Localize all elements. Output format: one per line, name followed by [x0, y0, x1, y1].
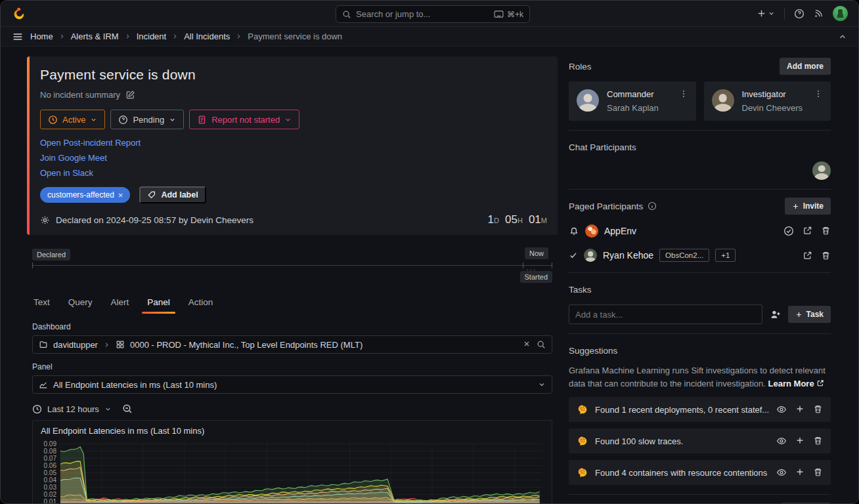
panel-name[interactable]: All Endpoint Latencies in ms (Last 10 mi…: [53, 380, 217, 390]
suggestion-row[interactable]: Found 100 slow traces.: [569, 429, 831, 453]
tag-icon: [147, 190, 156, 200]
paged-participants-section: Paged Participants Invite AppEnv Ryan Ke…: [569, 190, 831, 273]
chevron-down-icon: [104, 406, 112, 413]
breadcrumb-item: Payment service is down: [248, 32, 342, 41]
top-bar: Search or jump to... ⌘+k: [1, 1, 858, 27]
invite-button[interactable]: Invite: [785, 198, 831, 215]
external-link-icon[interactable]: [803, 251, 812, 261]
incident-label-pill[interactable]: customers-affected×: [40, 187, 130, 203]
svg-text:0.08: 0.08: [44, 448, 57, 455]
status-button-report-not-started[interactable]: Report not started: [189, 110, 299, 129]
tab-alert[interactable]: Alert: [110, 293, 131, 314]
trash-icon[interactable]: [813, 467, 823, 478]
participant-name: Ryan Kehoe: [603, 250, 653, 261]
help-icon[interactable]: [794, 9, 804, 19]
panel-title: All Endpoint Latencies in ms (Last 10 mi…: [33, 421, 552, 438]
assign-person-icon[interactable]: [770, 309, 781, 320]
status-button-active[interactable]: Active: [40, 110, 105, 129]
time-range-picker[interactable]: Last 12 hours: [32, 404, 112, 414]
role-menu-icon[interactable]: [679, 89, 688, 99]
trash-icon[interactable]: [813, 404, 823, 415]
time-range-label: Last 12 hours: [47, 404, 99, 414]
news-rss-icon[interactable]: [814, 9, 824, 18]
links-context-section: Links and Context Attach SEDEMO: [569, 494, 831, 504]
tab-action[interactable]: Action: [187, 293, 215, 314]
search-dashboard-icon[interactable]: [537, 340, 546, 349]
learn-more-link[interactable]: Learn More: [768, 379, 825, 388]
participant-badge[interactable]: +1: [715, 249, 736, 262]
incident-link[interactable]: Join Google Meet: [40, 153, 107, 163]
clear-dashboard-icon[interactable]: [523, 340, 531, 349]
add-task-button[interactable]: Task: [788, 306, 831, 323]
svg-text:0.01: 0.01: [44, 498, 57, 504]
timeline-started-badge[interactable]: Started: [520, 271, 552, 283]
add-label-button[interactable]: Add label: [139, 186, 206, 203]
chat-participant-avatar[interactable]: [812, 161, 831, 180]
incident-tabs: TextQueryAlertPanelAction: [27, 293, 558, 314]
dashboard-name[interactable]: 0000 - PROD - Mythical Inc., Top Level E…: [130, 340, 363, 350]
incident-main-column: Payment service is down No incident summ…: [27, 56, 558, 504]
grafana-logo-icon[interactable]: [11, 7, 26, 21]
breadcrumb-item[interactable]: Incident: [137, 32, 167, 41]
info-icon[interactable]: [648, 201, 657, 211]
participant-badge[interactable]: ObsCon2...: [659, 249, 709, 262]
chevron-down-icon: [284, 116, 292, 123]
plus-icon[interactable]: [795, 404, 804, 415]
incident-link[interactable]: Open in Slack: [40, 168, 93, 178]
breadcrumb: HomeAlerts & IRMIncidentAll IncidentsPay…: [30, 32, 342, 41]
trash-icon[interactable]: [813, 436, 823, 446]
role-card-commander: Commander Sarah Kaplan: [569, 81, 696, 121]
timeline-now-badge[interactable]: Now: [525, 247, 548, 259]
status-button-pending[interactable]: Pending: [110, 110, 184, 129]
trash-icon[interactable]: [821, 251, 831, 261]
tab-text[interactable]: Text: [32, 293, 51, 314]
new-menu-button[interactable]: [757, 9, 775, 18]
role-menu-icon[interactable]: [814, 89, 823, 99]
mega-menu-toggle[interactable]: [12, 31, 24, 43]
suggestion-row[interactable]: Found 4 containers with resource content…: [569, 460, 831, 485]
tasks-section: Tasks Task: [569, 273, 831, 334]
add-task-input[interactable]: [569, 304, 762, 324]
tab-panel[interactable]: Panel: [146, 293, 171, 314]
panel-picker[interactable]: All Endpoint Latencies in ms (Last 10 mi…: [32, 375, 552, 394]
user-avatar[interactable]: [833, 6, 848, 21]
external-link-icon[interactable]: [803, 226, 812, 236]
role-avatar: [712, 89, 734, 112]
incident-timeline: Declared Now ··· Started: [32, 246, 552, 282]
chevron-right-icon: [124, 33, 131, 40]
sift-brain-icon: [577, 435, 588, 447]
tab-query[interactable]: Query: [67, 293, 94, 314]
incident-link[interactable]: Open Post-incident Report: [40, 138, 141, 148]
suggestion-row[interactable]: Found 1 recent deployments, 0 recent sta…: [569, 397, 831, 422]
dashboard-picker[interactable]: davidtupper 0000 - PROD - Mythical Inc.,…: [32, 335, 552, 354]
collapse-header-icon[interactable]: [838, 32, 847, 41]
latency-chart[interactable]: 00.010.020.030.040.050.060.070.080.0902:…: [33, 438, 549, 504]
toolbar-divider: [784, 8, 785, 20]
breadcrumb-item[interactable]: All Incidents: [184, 32, 230, 41]
chevron-down-icon[interactable]: [538, 381, 546, 388]
dashboard-folder[interactable]: davidtupper: [53, 340, 98, 350]
roles-section: Roles Add more Commander Sarah Kaplan In…: [569, 56, 831, 131]
edit-summary-icon[interactable]: [125, 90, 135, 100]
tasks-heading: Tasks: [569, 285, 592, 295]
eye-icon[interactable]: [776, 467, 787, 478]
remove-label-icon[interactable]: ×: [118, 190, 123, 200]
search-input[interactable]: Search or jump to... ⌘+k: [336, 5, 530, 23]
eye-icon[interactable]: [776, 436, 787, 446]
timeline-declared-badge[interactable]: Declared: [32, 249, 70, 261]
trash-icon[interactable]: [821, 226, 831, 236]
add-more-roles-button[interactable]: Add more: [780, 58, 831, 75]
check-circle-icon[interactable]: [783, 226, 794, 236]
gear-icon: [40, 215, 50, 225]
search-shortcut: ⌘+k: [507, 10, 523, 19]
plus-icon[interactable]: [795, 436, 804, 446]
latency-panel: All Endpoint Latencies in ms (Last 10 mi…: [32, 420, 552, 504]
breadcrumb-item[interactable]: Home: [30, 32, 53, 41]
eye-icon[interactable]: [776, 404, 787, 415]
document-icon: [197, 115, 207, 125]
zoom-out-icon[interactable]: [122, 404, 133, 414]
breadcrumb-item[interactable]: Alerts & IRM: [71, 32, 119, 41]
chat-participants-heading: Chat Participants: [569, 142, 636, 152]
top-actions: [757, 6, 848, 21]
plus-icon[interactable]: [795, 467, 804, 478]
